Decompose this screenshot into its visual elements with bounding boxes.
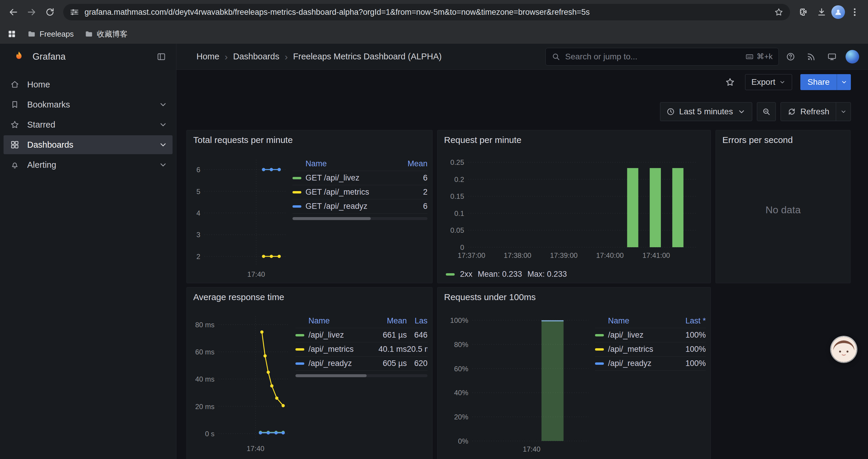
legend-row[interactable]: GET /api/_readyz 6	[292, 199, 428, 214]
legend-row[interactable]: /api/_livez 100%	[595, 328, 706, 342]
dashboard-actions-row: Export Share	[176, 74, 868, 90]
bar-chart[interactable]: 0.250.20.150.10.05017:37:0017:38:0017:39…	[442, 152, 702, 264]
download-icon	[816, 7, 827, 17]
legend-scrollbar[interactable]	[292, 217, 428, 220]
series-color-dash	[292, 191, 301, 193]
share-button[interactable]: Share	[800, 74, 837, 90]
legend-table: Name Mean Las /api/_livez 661 µs 646	[296, 314, 428, 455]
panel-avg-response-time[interactable]: Average response time 80 ms60 ms40 ms20 …	[186, 287, 433, 459]
refresh-interval-button[interactable]	[836, 102, 850, 121]
bookmark-star-icon[interactable]	[774, 7, 783, 17]
keyboard-icon	[745, 53, 754, 61]
back-button[interactable]	[5, 4, 22, 21]
chevron-down-icon[interactable]	[158, 100, 168, 109]
svg-text:0.1: 0.1	[454, 209, 464, 218]
bookmark-label: Freeleaps	[39, 30, 74, 39]
panel-title[interactable]: Total requests per minute	[187, 130, 432, 147]
brand-name: Grafana	[32, 52, 66, 62]
favorite-dashboard-button[interactable]	[723, 75, 737, 89]
series-color-dash	[292, 177, 301, 179]
breadcrumb: Home › Dashboards › Freeleaps Metrics Da…	[196, 52, 442, 61]
svg-text:17:41:00: 17:41:00	[642, 251, 670, 259]
legend-row[interactable]: /api/_livez 661 µs 646	[296, 328, 428, 342]
svg-text:0%: 0%	[458, 437, 468, 445]
sidebar-item-label: Dashboards	[27, 140, 73, 150]
display-button[interactable]	[823, 48, 841, 66]
panel-requests-under-100ms[interactable]: Requests under 100ms 100%80%60%40%20%0%1…	[437, 287, 711, 459]
svg-text:0 s: 0 s	[205, 430, 215, 438]
panel-title[interactable]: Request per minute	[438, 130, 711, 147]
bar-chart[interactable]: 100%80%60%40%20%0%17:40	[442, 311, 591, 458]
browser-profile-avatar[interactable]	[831, 5, 845, 19]
legend-scrollbar[interactable]	[296, 374, 428, 377]
svg-text:17:40: 17:40	[247, 270, 265, 278]
sidebar-item-starred[interactable]: Starred	[4, 115, 173, 134]
search-input[interactable]	[565, 52, 741, 61]
news-button[interactable]	[802, 48, 820, 66]
chevron-down-icon[interactable]	[158, 120, 168, 129]
downloads-button[interactable]	[813, 4, 830, 21]
refresh-split-button: Refresh	[780, 102, 851, 121]
sidebar-item-dashboards[interactable]: Dashboards	[4, 135, 173, 154]
share-menu-button[interactable]	[837, 74, 851, 90]
dock-sidebar-icon[interactable]	[157, 52, 166, 61]
refresh-button[interactable]: Refresh	[781, 102, 836, 121]
panel-total-requests[interactable]: Total requests per minute 6543217:40 Nam…	[186, 130, 433, 283]
legend-row[interactable]: /api/_readyz 605 µs 620	[296, 357, 428, 371]
svg-text:0.15: 0.15	[450, 192, 464, 200]
time-controls-row: Last 5 minutes Refresh	[176, 102, 868, 121]
timeseries-chart[interactable]: 6543217:40	[191, 154, 289, 279]
sidebar-item-bookmarks[interactable]: Bookmarks	[4, 95, 173, 114]
series-mean: Mean: 0.233	[478, 270, 522, 279]
series-color-dash	[595, 348, 604, 351]
bookmark-folder-freeleaps[interactable]: Freeleaps	[27, 30, 74, 39]
browser-menu-button[interactable]	[846, 4, 863, 21]
address-bar[interactable]: grafana.mathmast.com/d/deytv4rwavabkb/fr…	[63, 4, 790, 21]
export-button[interactable]: Export	[745, 74, 792, 90]
series-name[interactable]: 2xx	[460, 270, 472, 279]
home-icon	[10, 80, 20, 89]
timeseries-chart[interactable]: 80 ms60 ms40 ms20 ms0 s17:40	[191, 311, 292, 455]
legend-row[interactable]: GET /api/_metrics 2	[292, 185, 428, 199]
apps-grid-icon[interactable]	[7, 29, 17, 39]
sidebar-item-alerting[interactable]: Alerting	[4, 155, 173, 174]
user-icon	[834, 8, 843, 17]
user-avatar[interactable]	[845, 50, 859, 64]
url-text[interactable]: grafana.mathmast.com/d/deytv4rwavabkb/fr…	[85, 8, 769, 17]
sidebar-item-label: Home	[27, 80, 50, 90]
extensions-button[interactable]	[795, 4, 812, 21]
sidebar-item-home[interactable]: Home	[4, 75, 173, 94]
site-settings-icon[interactable]	[70, 7, 79, 17]
bookmark-folder-blogs[interactable]: 收藏博客	[85, 29, 128, 39]
legend-row[interactable]: /api/_readyz 100%	[595, 357, 706, 371]
dashboards-grid-icon	[10, 140, 20, 150]
legend-row[interactable]: GET /api/_livez 6	[292, 171, 428, 185]
search-box[interactable]: ⌘+k	[546, 48, 779, 66]
grafana-logo[interactable]	[12, 50, 25, 63]
breadcrumb-dashboards[interactable]: Dashboards	[233, 52, 279, 61]
legend-row[interactable]: /api/_metrics 40.1 ms 20.5 m	[296, 342, 428, 357]
reload-button[interactable]	[41, 4, 59, 21]
time-range-picker[interactable]: Last 5 minutes	[660, 102, 752, 121]
assistant-avatar[interactable]	[831, 337, 857, 362]
legend-header: Name Mean	[292, 157, 428, 171]
folder-icon	[85, 30, 93, 38]
svg-text:0.2: 0.2	[454, 175, 464, 184]
chevron-down-icon[interactable]	[158, 140, 168, 150]
chevron-down-icon	[779, 78, 786, 86]
svg-text:40 ms: 40 ms	[195, 375, 215, 383]
svg-text:20%: 20%	[454, 413, 468, 421]
svg-text:17:40: 17:40	[247, 445, 265, 453]
panel-errors-per-second[interactable]: Errors per second No data	[716, 130, 850, 283]
chevron-down-icon[interactable]	[158, 160, 168, 169]
panel-title[interactable]: Average response time	[187, 287, 432, 304]
help-button[interactable]	[782, 48, 800, 66]
grafana-app: Grafana Home Bookmarks Starred Dashboard…	[0, 44, 868, 459]
panel-title[interactable]: Errors per second	[716, 130, 850, 147]
zoom-out-button[interactable]	[757, 102, 776, 121]
forward-button[interactable]	[23, 4, 40, 21]
legend-row[interactable]: /api/_metrics 100%	[595, 342, 706, 357]
panel-requests-per-minute[interactable]: Request per minute 0.250.20.150.10.05017…	[437, 130, 711, 283]
panel-title[interactable]: Requests under 100ms	[438, 287, 711, 304]
breadcrumb-home[interactable]: Home	[196, 52, 219, 61]
